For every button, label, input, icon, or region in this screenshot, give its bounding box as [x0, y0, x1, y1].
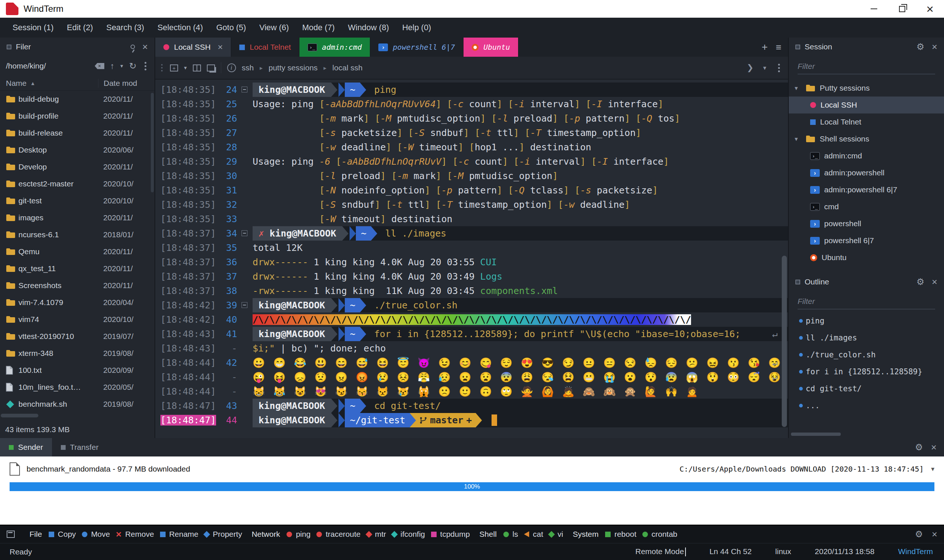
backspace-icon[interactable]: × [95, 63, 104, 69]
tab-admin-cmd[interactable]: ›_admin:cmd [299, 38, 370, 57]
filer-row-benchmark-sh[interactable]: benchmark.sh2019/08/ [0, 396, 154, 412]
column-name[interactable]: Name ▲ [6, 79, 98, 88]
outline-item-true-color-sh[interactable]: ./true_color.sh [789, 346, 944, 363]
menu-item-session-1[interactable]: Session (1) [8, 21, 59, 35]
more-options-icon[interactable] [778, 67, 780, 69]
session-item-admin-cmd[interactable]: ›_admin:cmd [789, 148, 944, 164]
toolbar-command-cat[interactable]: cat [524, 530, 543, 538]
outline-settings-icon[interactable]: ⚙ [916, 277, 924, 286]
filer-row-images[interactable]: images2020/11/ [0, 209, 154, 226]
terminal-vscroll-thumb[interactable] [782, 256, 787, 427]
breadcrumb-segment-ssh[interactable]: ssh [242, 63, 254, 72]
session-item-cmd[interactable]: ›_cmd [789, 198, 944, 215]
terminal[interactable]: [18:48:35]24king@MACBOOK~ping[18:48:35]2… [155, 80, 788, 438]
menu-item-selection-4[interactable]: Selection (4) [152, 21, 208, 35]
transfer-close-icon[interactable]: × [931, 443, 936, 452]
session-item-local-telnet[interactable]: Local Telnet [789, 114, 944, 131]
fold-marker-icon[interactable] [242, 302, 247, 308]
toolbar-command-crontab[interactable]: crontab [642, 530, 677, 538]
filer-row-esctest2-master[interactable]: esctest2-master2020/10/ [0, 175, 154, 192]
filer-row-10m-lines-foo-t[interactable]: 10m_lines_foo.t…2020/05/ [0, 379, 154, 396]
status-app-name[interactable]: WindTerm [898, 547, 933, 556]
toolbar-command-ping[interactable]: ping [287, 530, 310, 538]
filer-menu-icon[interactable] [145, 65, 147, 67]
close-panel-icon[interactable]: × [142, 42, 148, 52]
menu-item-window-8[interactable]: Window (8) [342, 21, 394, 35]
outline-item-for-i-in-128512-128589[interactable]: for i in {128512..128589} [789, 363, 944, 380]
tab-powershell-6-7[interactable]: ›powershell 6|7 [370, 38, 464, 57]
sidebar-hscroll-thumb[interactable] [791, 432, 841, 436]
toolbar-command-move[interactable]: Move [82, 530, 110, 538]
toolbar-group-shell[interactable]: Shell [480, 530, 497, 538]
menu-item-search-3[interactable]: Search (3) [101, 21, 150, 35]
dropdown-icon[interactable]: ▾ [763, 64, 766, 72]
fold-marker-icon[interactable] [242, 230, 247, 236]
filer-row-build-debug[interactable]: build-debug2020/11/ [0, 91, 154, 108]
filer-row-develop[interactable]: Develop2020/11/ [0, 158, 154, 175]
toolbar-close-icon[interactable]: × [932, 529, 937, 539]
menu-item-edit-2[interactable]: Edit (2) [62, 21, 98, 35]
tab-close-icon[interactable]: × [217, 42, 223, 52]
toolbar-command-mtr[interactable]: mtr [367, 530, 386, 538]
filer-row-ncurses-6-1[interactable]: ncurses-6.12018/01/ [0, 226, 154, 243]
chevron-down-icon[interactable]: ▾ [794, 135, 801, 143]
filer-row-git-test[interactable]: git-test2020/10/ [0, 192, 154, 209]
tab-ubuntu[interactable]: Ubuntu [464, 38, 518, 57]
new-tab-icon[interactable]: + [762, 41, 767, 53]
session-item-powershell-6-7[interactable]: ›powershell 6|7 [789, 232, 944, 249]
tab-local-telnet[interactable]: Local Telnet [231, 38, 299, 57]
transfer-tab-sender[interactable]: Sender [0, 438, 52, 457]
breadcrumb-segment-putty-sessions[interactable]: putty sessions [268, 63, 318, 72]
toolbar-command-traceroute[interactable]: traceroute [316, 530, 361, 538]
breadcrumb-segment-local-ssh[interactable]: local ssh [332, 63, 362, 72]
tab-local-ssh[interactable]: Local SSH× [155, 38, 231, 57]
terminal-window-icon[interactable] [7, 531, 15, 538]
chevron-down-icon[interactable]: ▾ [794, 85, 801, 92]
toolbar-command-reboot[interactable]: reboot [605, 530, 637, 538]
new-session-dropdown-icon[interactable]: ▾ [184, 65, 187, 71]
session-group-putty-sessions[interactable]: ▾Putty sessions [789, 80, 944, 97]
new-session-icon[interactable]: + [170, 65, 178, 71]
filer-row-xterm-348[interactable]: xterm-3482019/08/ [0, 345, 154, 362]
download-dropdown-icon[interactable]: ▾ [931, 465, 935, 473]
toolbar-command-tcpdump[interactable]: tcpdump [431, 530, 470, 538]
session-item-powershell[interactable]: ›powershell [789, 215, 944, 232]
session-item-admin-powershell-6-7[interactable]: ›admin:powershell 6|7 [789, 181, 944, 198]
close-button[interactable]: × [916, 0, 944, 18]
restore-button[interactable] [888, 0, 916, 18]
pin-icon[interactable] [131, 45, 135, 49]
menu-item-goto-5[interactable]: Goto (5) [211, 21, 251, 35]
filer-row-screenshots[interactable]: Screenshots2020/11/ [0, 277, 154, 294]
outline-filter-input[interactable]: Filter [797, 293, 935, 309]
toolbar-command-ifconfig[interactable]: ifconfig [392, 530, 425, 538]
session-settings-icon[interactable]: ⚙ [916, 42, 924, 51]
toolbar-command-rename[interactable]: Rename [160, 530, 198, 538]
outline-item-cd-git-test[interactable]: cd git-test/ [789, 380, 944, 397]
filer-path[interactable]: /home/king/ [6, 62, 46, 70]
go-forward-icon[interactable]: ❯ [747, 63, 753, 72]
transfer-settings-icon[interactable]: ⚙ [915, 443, 923, 452]
download-item[interactable]: benchmark_randomdata - 97.7 MB downloade… [9, 462, 935, 475]
refresh-icon[interactable]: ↻ [129, 61, 136, 71]
fold-marker-icon[interactable] [242, 86, 247, 92]
filer-row-qemu[interactable]: Qemu2020/11/ [0, 243, 154, 260]
session-item-ubuntu[interactable]: Ubuntu [789, 249, 944, 266]
filer-row-build-release[interactable]: build-release2020/11/ [0, 125, 154, 142]
outline-item-ping[interactable]: ping [789, 312, 944, 329]
toolbar-command-ls[interactable]: ls [503, 530, 518, 538]
up-dropdown-icon[interactable]: ▾ [120, 63, 123, 69]
toolbar-group-file[interactable]: File [29, 530, 42, 538]
clone-session-icon[interactable] [207, 65, 215, 71]
session-item-admin-powershell[interactable]: ›admin:powershell [789, 164, 944, 181]
up-directory-icon[interactable]: ↑ [110, 61, 115, 71]
toolbar-command-property[interactable]: Property [204, 530, 242, 538]
minimize-button[interactable] [860, 0, 888, 18]
filer-row-build-profile[interactable]: build-profile2020/11/ [0, 108, 154, 125]
outline-item-[interactable]: ... [789, 397, 944, 414]
menu-item-view-6[interactable]: View (6) [254, 21, 294, 35]
filer-row-desktop[interactable]: Desktop2020/06/ [0, 142, 154, 158]
column-date-modified[interactable]: Date mod [98, 79, 137, 88]
outline-item-ll-images[interactable]: ll ./images [789, 329, 944, 346]
filer-row-vim-7-4-1079[interactable]: vim-7.4.10792020/04/ [0, 294, 154, 311]
info-icon[interactable]: i [227, 63, 236, 72]
